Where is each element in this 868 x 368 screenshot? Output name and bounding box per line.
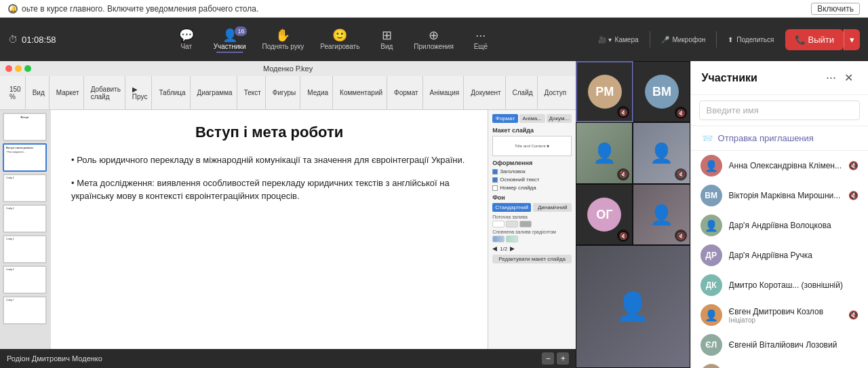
- kn-document-btn[interactable]: Документ: [471, 89, 500, 96]
- react-button[interactable]: 🙂 Реагировать: [313, 25, 366, 54]
- kn-media-btn[interactable]: Медиа: [307, 89, 328, 96]
- bg-standard-btn[interactable]: Стандартний: [492, 203, 531, 212]
- kn-access-btn[interactable]: Доступ: [545, 89, 567, 96]
- tab-document[interactable]: Докум...: [547, 114, 572, 123]
- kn-comment-section[interactable]: Комментарий: [336, 76, 387, 109]
- kn-format-section[interactable]: Формат: [390, 76, 423, 109]
- enable-notifications-button[interactable]: Включить: [811, 3, 860, 15]
- bg-dynamic-btn[interactable]: Динамічний: [533, 203, 572, 212]
- invite-row[interactable]: 📨 Отправка приглашения: [691, 126, 868, 151]
- apps-button[interactable]: ⊕ Приложения: [407, 25, 460, 54]
- video-row-2: 👤 🔇 👤 🔇: [576, 122, 690, 183]
- slide-thumb-2[interactable]: Вступ і мета роботи • Роль юридичного...: [3, 143, 47, 172]
- kn-add-slide-btn[interactable]: Добавить слайд: [91, 86, 121, 100]
- color-swatch-white[interactable]: [492, 221, 505, 227]
- more-button[interactable]: ··· Ещё: [463, 25, 498, 54]
- slide-thumb-5[interactable]: Слайд 5: [3, 235, 47, 263]
- participant-item-dk[interactable]: ДК Дмитро Короташ... (зовнішній): [691, 270, 868, 300]
- view-button[interactable]: ⊞ Вид: [369, 25, 404, 54]
- leave-button[interactable]: 📞 Выйти: [785, 29, 844, 50]
- gradient-swatch-2[interactable]: [506, 236, 518, 242]
- video-cell-p3[interactable]: 👤 🔇: [633, 184, 690, 245]
- color-swatch-darkgray[interactable]: [519, 221, 532, 227]
- participant-item-dar2[interactable]: ДР Дар'я Андріївна Ручка: [691, 240, 868, 270]
- design-checkbox-main-text[interactable]: [492, 177, 498, 183]
- kn-add-slide-section[interactable]: Добавить слайд: [87, 76, 125, 109]
- kn-animation-btn[interactable]: Анімация: [430, 89, 460, 96]
- kn-animation-section[interactable]: Анімация: [426, 76, 465, 109]
- zoom-in-button[interactable]: +: [557, 352, 569, 365]
- kn-media-section[interactable]: Медиа: [303, 76, 333, 109]
- slide-thumb-6[interactable]: Слайд 6: [3, 265, 47, 294]
- slide-next-btn[interactable]: ▶: [510, 245, 515, 252]
- close-window-button[interactable]: [5, 65, 12, 72]
- video-cell-og[interactable]: ОГ 🔇: [576, 184, 633, 245]
- kn-slide-btn[interactable]: Слайд: [513, 89, 533, 96]
- kn-access-section[interactable]: Доступ: [540, 76, 571, 109]
- mic-button[interactable]: 🎤 Микрофон: [654, 32, 713, 48]
- color-swatch-gray[interactable]: [506, 221, 518, 227]
- slide-thumb-4[interactable]: Слайд 4: [3, 204, 47, 233]
- kn-view-section[interactable]: Вид: [28, 76, 50, 109]
- kn-play-icon[interactable]: ▶ Прус: [132, 86, 148, 100]
- design-checkbox-slide-num[interactable]: [492, 185, 498, 191]
- kn-figures-section[interactable]: Фигуры: [269, 76, 300, 109]
- slide-thumb-3[interactable]: Слайд 3: [3, 174, 47, 202]
- kn-play-section[interactable]: ▶ Прус: [128, 76, 153, 109]
- raise-hand-button[interactable]: ✋ Поднять руку: [255, 25, 311, 54]
- kn-figures-btn[interactable]: Фигуры: [273, 89, 296, 96]
- panel-close-button[interactable]: ✕: [840, 70, 857, 86]
- bg-section-title: Фон: [492, 194, 572, 201]
- kn-table-section[interactable]: Таблица: [155, 76, 190, 109]
- leave-dropdown-button[interactable]: ▾: [844, 29, 860, 50]
- zoom-out-button[interactable]: −: [542, 352, 554, 365]
- tab-animation[interactable]: Аніма...: [519, 114, 545, 123]
- participant-item-ev1[interactable]: 👤 Євген Дмитрович Козлов Ініціатор 🔇: [691, 300, 868, 330]
- participant-item-ir[interactable]: 👤 Ірина Олександрівна Просол...: [691, 360, 868, 368]
- kn-diagram-btn[interactable]: Диаграмма: [197, 89, 233, 96]
- panel-more-button[interactable]: ···: [822, 69, 840, 86]
- slide-thumb-1[interactable]: Вступ: [3, 113, 47, 141]
- share-button[interactable]: ⬆ Поделиться: [721, 32, 781, 48]
- video-cell-pm[interactable]: PM 🔇: [576, 61, 633, 122]
- kn-format-btn[interactable]: Формат: [394, 89, 418, 96]
- kn-text-section[interactable]: Текст: [240, 76, 266, 109]
- minimize-window-button[interactable]: [15, 65, 22, 72]
- toolbar-center-buttons: 💬 Чат 👤 Участники 16 ✋ Поднять руку 🙂 Ре…: [76, 25, 591, 54]
- video-cell-p1[interactable]: 👤 🔇: [576, 122, 633, 183]
- chat-button[interactable]: 💬 Чат: [169, 25, 204, 54]
- participant-item-bm2[interactable]: ВМ Вікторія Марківна Мирошни... 🔇: [691, 181, 868, 210]
- video-cell-bm[interactable]: ВМ 🔇: [633, 61, 690, 122]
- video-row-3: ОГ 🔇 👤 🔇: [576, 184, 690, 245]
- kn-text-btn[interactable]: Текст: [244, 89, 261, 96]
- kn-comment-btn[interactable]: Комментарий: [340, 89, 382, 96]
- gradient-swatch-1[interactable]: [492, 236, 505, 242]
- participant-item-anna[interactable]: 👤 Анна Олександрівна Клімен... 🔇: [691, 151, 868, 181]
- mic-icon: 🎤: [661, 36, 669, 43]
- kn-document-section[interactable]: Документ: [467, 76, 505, 109]
- design-checkbox-title[interactable]: [492, 169, 498, 174]
- participant-item-ev2[interactable]: ЄЛ Євгеній Віталійович Лозовий: [691, 330, 868, 360]
- maximize-window-button[interactable]: [24, 65, 31, 72]
- main-slide[interactable]: Вступ і мета роботи • Роль юридичного пе…: [51, 110, 488, 349]
- participant-item-dar1[interactable]: 👤 Дар'я Андріївна Волоцкова: [691, 210, 868, 240]
- video-cell-bottom[interactable]: 👤: [576, 245, 690, 368]
- slide-thumb-7[interactable]: Слайд 7: [3, 296, 47, 325]
- camera-button[interactable]: 🎥 ▾ Камера: [591, 32, 646, 48]
- kn-table-btn[interactable]: Таблица: [159, 89, 185, 96]
- kn-marks-section[interactable]: Маркет: [52, 76, 84, 109]
- slide-thumb-7-content: Слайд 7: [4, 297, 45, 323]
- participants-button[interactable]: 👤 Участники 16: [207, 25, 253, 54]
- slide-prev-btn[interactable]: ◀: [492, 245, 497, 252]
- tab-format[interactable]: Формат: [492, 114, 518, 123]
- participants-search-input[interactable]: [699, 100, 860, 120]
- kn-slide-section[interactable]: Слайд: [509, 76, 538, 109]
- video-cell-p2[interactable]: 👤 🔇: [633, 122, 690, 183]
- kn-diagram-section[interactable]: Диаграмма: [193, 76, 237, 109]
- layout-preview[interactable]: Title and Content ▾: [492, 136, 572, 156]
- view-label: Вид: [380, 43, 393, 50]
- kn-view-btn[interactable]: Вид: [33, 89, 45, 96]
- edit-layout-button[interactable]: Редактувати макет слайда: [492, 255, 572, 263]
- timer-icon: ⏱: [8, 34, 18, 45]
- kn-marks-btn[interactable]: Маркет: [56, 89, 79, 96]
